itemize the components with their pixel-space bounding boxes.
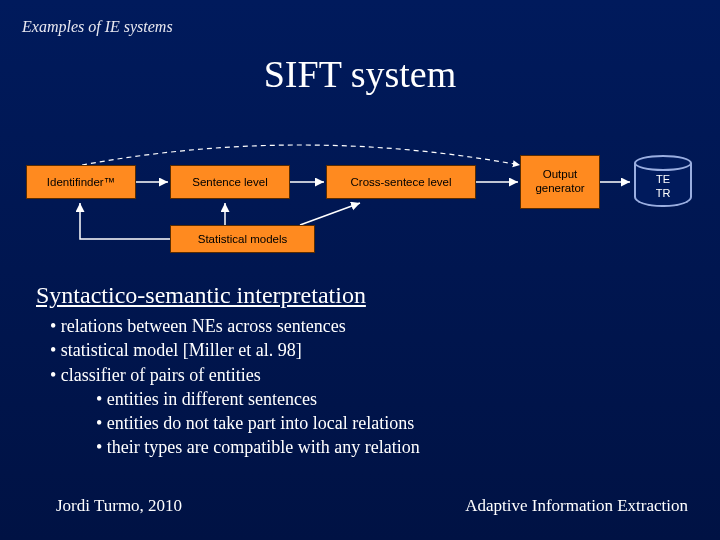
slide-title: SIFT system (0, 52, 720, 96)
pipeline-diagram: Identifinder™ Sentence level Cross-sente… (0, 135, 720, 265)
bullet-item: • entities in different sentences (36, 387, 420, 411)
bullet-item: • relations between NEs across sentences (36, 314, 420, 338)
section-heading: Syntactico-semantic interpretation (36, 282, 366, 309)
box-output-generator: Output generator (520, 155, 600, 209)
bullet-item: • their types are compatible with any re… (36, 435, 420, 459)
cylinder-db-icon: TE TR (634, 155, 692, 209)
box-statistical-models: Statistical models (170, 225, 315, 253)
box-cross-sentence-level: Cross-sentece level (326, 165, 476, 199)
svg-line-5 (300, 203, 360, 225)
diagram-arrows (0, 135, 720, 265)
footer-course: Adaptive Information Extraction (465, 496, 688, 516)
cylinder-label-tr: TR (656, 187, 671, 199)
bullet-list: • relations between NEs across sentences… (36, 314, 420, 460)
bullet-item: • statistical model [Miller et al. 98] (36, 338, 420, 362)
header-label: Examples of IE systems (22, 18, 173, 36)
cylinder-label-te: TE (656, 173, 670, 185)
bullet-item: • classifier of pairs of entities (36, 363, 420, 387)
bullet-item: • entities do not take part into local r… (36, 411, 420, 435)
box-identifinder: Identifinder™ (26, 165, 136, 199)
box-sentence-level: Sentence level (170, 165, 290, 199)
footer-author: Jordi Turmo, 2010 (56, 496, 182, 516)
